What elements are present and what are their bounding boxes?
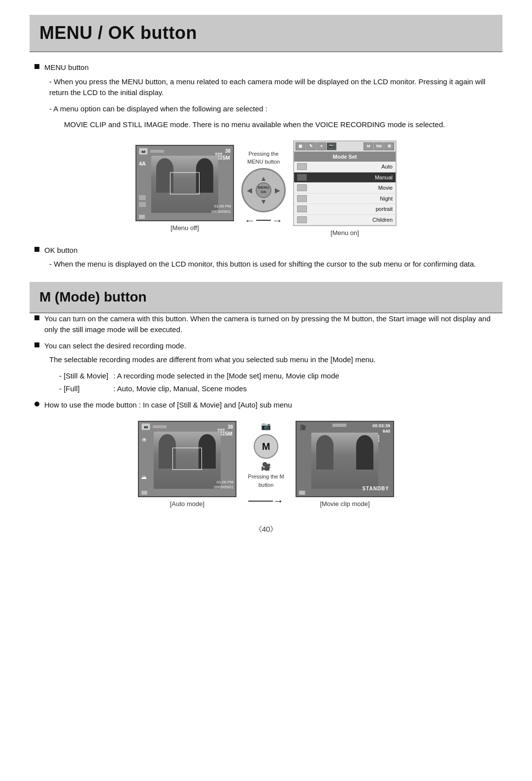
bidirectional-arrow: ← →: [244, 212, 283, 229]
m-mode-images-row: 📷 38 5M 👁 ⛰ 0: [30, 420, 502, 509]
msti-grid: ⊞: [384, 142, 394, 150]
cam-bottom-icons: [138, 214, 145, 219]
menu-row-icon-night: [297, 195, 307, 202]
menu-row-manual-label: Manual: [310, 173, 393, 182]
menu-row-auto: Auto: [294, 162, 396, 172]
movie-person-left: [316, 435, 333, 470]
menu-on-image-box: ▣ ✎ ⌖ 📷 M 5M ⊞ Mode Set Auto Manual: [293, 140, 397, 238]
cam-focus-box: [170, 172, 200, 194]
menu-ok-title: MENU / OK button: [39, 20, 493, 46]
auto-cam-datetime: 01:00 PM 2005/05/01: [214, 480, 233, 490]
m-dash1-label: - [Still & Movie]: [59, 371, 113, 382]
menu-off-screen: 📷 38 5M 4A: [135, 145, 234, 221]
menu-description-block: - When you press the MENU button, a menu…: [34, 76, 502, 131]
menu-bullet-label: MENU button: [44, 62, 89, 73]
standby-label: STANDBY: [362, 485, 389, 492]
menu-row-manual: Manual: [294, 172, 396, 183]
arrow-line-m: [248, 501, 273, 502]
cam-mode-icon: 📷: [139, 148, 148, 155]
movie-person-right: [356, 435, 373, 470]
m-bullet2: You can select the desired recording mod…: [34, 340, 502, 352]
menu-row-movie: Movie: [294, 183, 396, 194]
m-mode-section-header: M (Mode) button: [30, 282, 502, 313]
msti-2: ✎: [306, 142, 316, 150]
m-circle-bullet: How to use the mode button : In case of …: [34, 400, 502, 411]
left-arrow-icon: ←: [244, 212, 255, 229]
auto-mode-screen: 📷 38 5M 👁 ⛰ 0: [138, 421, 236, 497]
menu-on-screen: ▣ ✎ ⌖ 📷 M 5M ⊞ Mode Set Auto Manual: [293, 140, 397, 227]
menu-desc2: - A menu option can be displayed when th…: [49, 103, 502, 115]
menu-row-night-label: Night: [310, 195, 393, 203]
auto-cam-bottom-icons: [141, 490, 148, 495]
menu-row-portrait: portrait: [294, 204, 396, 215]
auto-cam-mode-icon: 📷: [141, 423, 150, 430]
auto-mode-image-box: 📷 38 5M 👁 ⛰ 0: [138, 421, 236, 509]
pressing-m-label: Pressing the M button: [246, 473, 286, 489]
movie-bottom-icons: [299, 490, 305, 495]
arrow-line: [256, 220, 271, 221]
menu-row-children-label: Children: [310, 216, 393, 224]
menu-row-night: Night: [294, 194, 396, 204]
right-arrow-icon: →: [272, 212, 283, 229]
m-dash2: - [Full] : Auto, Movie clip, Manual, Sce…: [49, 383, 502, 395]
menu-row-icon-manual: [297, 174, 307, 181]
m-bullet1-text: You can turn on the camera with this but…: [44, 313, 502, 336]
menu-top-icons: ▣ ✎ ⌖ 📷 M 5M ⊞: [294, 141, 396, 152]
m-mode-title: M (Mode) button: [39, 287, 493, 307]
dpad-button: ▲ ▼ ◀ ▶ MENUOK: [241, 168, 286, 212]
m-mode-section: You can turn on the camera with this but…: [30, 313, 502, 411]
menu-on-caption: [Menu on]: [331, 228, 359, 238]
msti-5m: 5M: [374, 142, 384, 150]
ok-button-section: OK button - When the menu is displayed o…: [30, 245, 502, 270]
dpad-right-icon: ▶: [275, 185, 280, 195]
menu-off-caption: [Menu off]: [170, 223, 199, 233]
menu-row-icon-children: [297, 216, 307, 223]
menu-desc3: MOVIE CLIP and STILL IMAGE mode. There i…: [49, 119, 502, 131]
auto-cam-megapixel: 5M: [225, 430, 233, 438]
m-btn-circle: M: [254, 434, 278, 459]
m-bullet2-text: You can select the desired recording mod…: [44, 340, 186, 352]
msti-3: ⌖: [316, 142, 326, 150]
m-dash1: - [Still & Movie] : A recording mode sel…: [49, 371, 502, 382]
right-arrow-m: →: [248, 493, 284, 509]
square-bullet-icon-ok: [34, 247, 39, 252]
m-indent1: The selectable recording modes are diffe…: [49, 354, 502, 366]
movie-cam-icon: 🎥: [299, 423, 306, 432]
m-button-image: 📷 M 🎥: [254, 420, 278, 473]
m-circle-text: How to use the mode button : In case of …: [44, 400, 292, 411]
menu-row-icon-movie: [297, 184, 307, 191]
square-bullet-icon-m1: [34, 315, 39, 320]
dpad-down-icon: ▼: [260, 197, 267, 207]
msti-camera: 📷: [327, 142, 336, 150]
menu-bullet-item: MENU button: [34, 62, 502, 73]
pressing-menu-label: Pressing the MENU button: [244, 150, 283, 166]
menu-row-children: Children: [294, 215, 396, 226]
menu-button-section: MENU button - When you press the MENU bu…: [30, 62, 502, 131]
msti-1: ▣: [296, 142, 305, 150]
ok-bullet-label: OK button: [44, 245, 78, 256]
mode-set-title: Mode Set: [294, 152, 396, 162]
movie-cam-people: [311, 433, 378, 489]
right-arrow-m-icon: →: [273, 493, 284, 509]
menu-row-icon-auto: [297, 163, 307, 170]
video-bottom-icon: 🎥: [261, 461, 271, 473]
movie-clip-screen: 🎥 00:03:39 640: [296, 421, 394, 497]
dpad-up-icon: ▲: [260, 173, 267, 184]
ok-desc: - When the menu is displayed on the LCD …: [49, 259, 502, 270]
page-number: 《40》: [30, 524, 502, 535]
menu-images-row: 📷 38 5M 4A: [30, 140, 502, 238]
auto-mode-caption: [Auto mode]: [170, 499, 204, 509]
m-arrow-container: 📷 M 🎥 Pressing the M button →: [246, 420, 286, 509]
menu-row-movie-label: Movie: [310, 184, 393, 192]
circle-bullet-icon: [34, 402, 39, 407]
square-bullet-icon-m2: [34, 342, 39, 347]
movie-clip-image-box: 🎥 00:03:39 640: [296, 421, 394, 509]
auto-cam-eye: 👁: [141, 436, 147, 444]
movie-clip-caption: [Movie clip mode]: [320, 499, 369, 509]
menu-row-portrait-label: portrait: [310, 205, 393, 213]
ok-description-block: - When the menu is displayed on the LCD …: [34, 259, 502, 270]
m-indent-block: The selectable recording modes are diffe…: [34, 354, 502, 395]
msti-m: M: [364, 142, 373, 150]
ok-bullet-item: OK button: [34, 245, 502, 256]
dpad-left-icon: ◀: [247, 185, 252, 195]
